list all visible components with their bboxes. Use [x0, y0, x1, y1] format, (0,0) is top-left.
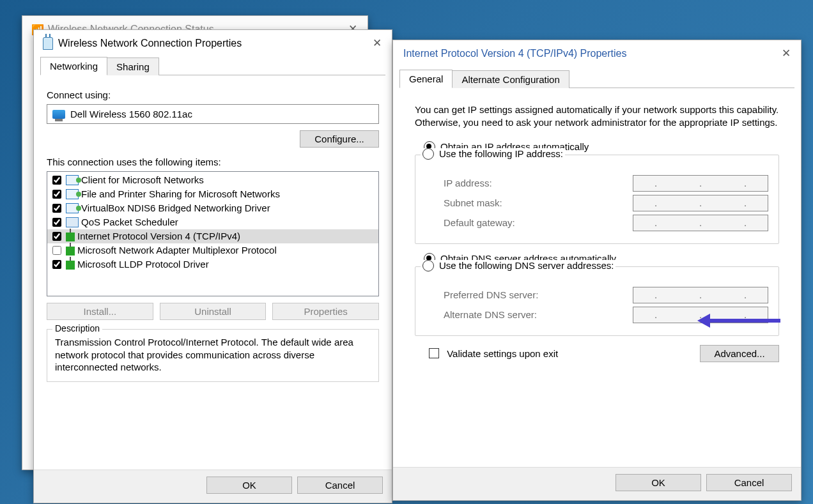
configure-button[interactable]: Configure...	[300, 130, 379, 148]
item-label: Internet Protocol Version 4 (TCP/IPv4)	[77, 229, 240, 243]
gateway-row: Default gateway: ...	[444, 215, 768, 231]
subnet-row: Subnet mask: ...	[444, 195, 768, 211]
ipv4-properties-window: Internet Protocol Version 4 (TCP/IPv4) P…	[392, 40, 801, 501]
radio-dns-manual-label[interactable]: Use the following DNS server addresses:	[439, 260, 614, 271]
list-item[interactable]: Client for Microsoft Networks	[47, 173, 378, 187]
item-label: Client for Microsoft Networks	[81, 173, 204, 187]
item-label: VirtualBox NDIS6 Bridged Networking Driv…	[81, 201, 270, 215]
preferred-dns-input: ...	[633, 287, 768, 303]
items-label: This connection uses the following items…	[47, 157, 379, 167]
connection-properties-window: Wireless Network Connection Properties ✕…	[33, 29, 392, 503]
plug-icon	[43, 37, 53, 50]
validate-label: Validate settings upon exit	[447, 348, 558, 359]
connection-items-list[interactable]: Client for Microsoft NetworksFile and Pr…	[47, 171, 379, 296]
item-label: File and Printer Sharing for Microsoft N…	[81, 187, 280, 201]
item-checkbox[interactable]	[52, 190, 61, 199]
item-label: Microsoft Network Adapter Multiplexor Pr…	[77, 243, 277, 257]
radio-icon	[422, 260, 434, 271]
radio-icon	[422, 148, 434, 160]
item-checkbox[interactable]	[52, 218, 61, 227]
close-icon[interactable]: ✕	[778, 45, 794, 61]
gateway-input: ...	[633, 215, 768, 231]
tab-alternate-config[interactable]: Alternate Configuration	[452, 70, 569, 88]
item-checkbox[interactable]	[52, 176, 61, 185]
properties-title: Wireless Network Connection Properties	[58, 38, 242, 49]
close-icon[interactable]: ✕	[369, 35, 385, 51]
ipv4-title: Internet Protocol Version 4 (TCP/IPv4) P…	[403, 48, 626, 59]
tab-sharing[interactable]: Sharing	[107, 57, 159, 75]
item-checkbox[interactable]	[52, 204, 61, 213]
preferred-dns-label: Preferred DNS server:	[444, 289, 538, 300]
network-client-icon	[66, 203, 79, 213]
uninstall-button[interactable]: Uninstall	[160, 303, 267, 320]
cancel-button[interactable]: Cancel	[297, 477, 383, 494]
description-group: Description Transmission Control Protoco…	[47, 329, 379, 382]
alternate-dns-label: Alternate DNS server:	[444, 309, 537, 320]
ip-address-row: IP address: ...	[444, 175, 768, 192]
list-item[interactable]: Microsoft Network Adapter Multiplexor Pr…	[47, 243, 378, 257]
tab-networking[interactable]: Networking	[40, 57, 107, 75]
tabs: General Alternate Configuration	[399, 69, 794, 88]
scheduler-icon	[66, 217, 79, 227]
list-item[interactable]: Internet Protocol Version 4 (TCP/IPv4)	[47, 229, 378, 243]
adapter-box[interactable]: Dell Wireless 1560 802.11ac	[47, 104, 379, 124]
ip-address-input: ...	[633, 175, 768, 192]
adapter-name: Dell Wireless 1560 802.11ac	[70, 109, 192, 119]
preferred-dns-row: Preferred DNS server: ...	[444, 287, 768, 303]
help-text: You can get IP settings assigned automat…	[415, 103, 779, 130]
validate-checkbox[interactable]: Validate settings upon exit	[429, 348, 558, 359]
cancel-button[interactable]: Cancel	[706, 474, 792, 491]
ip-address-label: IP address:	[444, 178, 492, 188]
network-client-icon	[66, 175, 79, 185]
protocol-icon	[66, 233, 75, 241]
advanced-button[interactable]: Advanced...	[700, 345, 779, 362]
network-client-icon	[66, 189, 79, 199]
item-checkbox[interactable]	[52, 246, 61, 255]
list-item[interactable]: File and Printer Sharing for Microsoft N…	[47, 187, 378, 201]
tab-general[interactable]: General	[399, 70, 453, 88]
connect-using-label: Connect using:	[47, 89, 379, 100]
checkbox-icon	[429, 348, 439, 358]
ok-button[interactable]: OK	[616, 474, 701, 491]
item-label: QoS Packet Scheduler	[81, 215, 178, 229]
subnet-label: Subnet mask:	[444, 197, 502, 208]
install-button[interactable]: Install...	[47, 303, 153, 320]
list-item[interactable]: QoS Packet Scheduler	[47, 215, 378, 229]
list-item[interactable]: Microsoft LLDP Protocol Driver	[47, 257, 378, 271]
gateway-label: Default gateway:	[444, 217, 515, 228]
subnet-input: ...	[633, 195, 768, 211]
item-checkbox[interactable]	[52, 232, 61, 241]
item-checkbox[interactable]	[52, 260, 61, 269]
description-text: Transmission Control Protocol/Internet P…	[55, 336, 371, 374]
description-legend: Description	[52, 323, 102, 333]
annotation-arrow-icon	[697, 314, 780, 328]
protocol-icon	[66, 247, 75, 256]
radio-ip-manual-label[interactable]: Use the following IP address:	[439, 148, 563, 159]
tabs: Networking Sharing	[40, 56, 385, 75]
list-item[interactable]: VirtualBox NDIS6 Bridged Networking Driv…	[47, 201, 378, 215]
item-label: Microsoft LLDP Protocol Driver	[77, 257, 209, 271]
protocol-icon	[66, 261, 75, 270]
properties-button[interactable]: Properties	[272, 303, 379, 320]
adapter-icon	[52, 110, 65, 119]
ok-button[interactable]: OK	[206, 477, 292, 494]
